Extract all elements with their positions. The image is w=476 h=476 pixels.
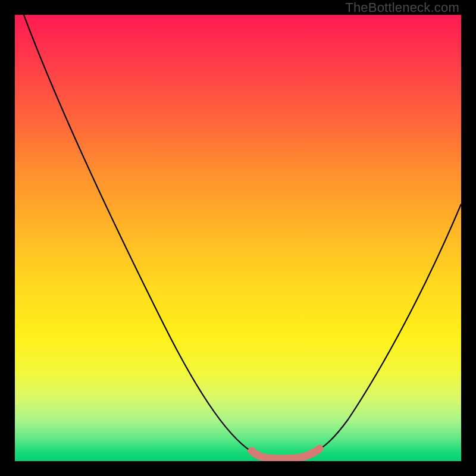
- plot-area: [15, 15, 461, 461]
- watermark-text: TheBottleneck.com: [345, 0, 459, 15]
- valley-highlight-start-dot: [248, 447, 256, 455]
- chart-svg: [15, 15, 461, 461]
- chart-frame: TheBottleneck.com: [0, 0, 476, 476]
- valley-highlight: [252, 450, 318, 459]
- bottleneck-curve: [24, 15, 461, 459]
- valley-highlight-end-dot: [316, 445, 324, 453]
